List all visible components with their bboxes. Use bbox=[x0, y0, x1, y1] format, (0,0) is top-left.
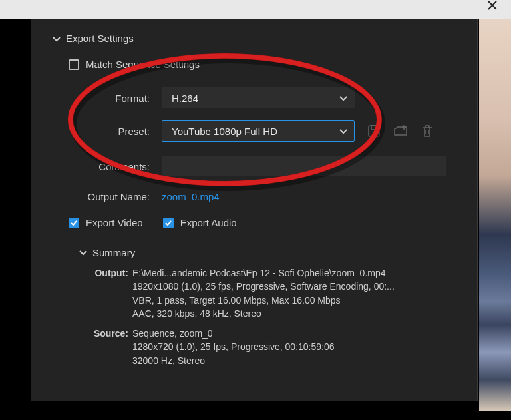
background-photo-sliver bbox=[479, 19, 511, 411]
summary-title: Summary bbox=[92, 247, 135, 258]
output-name-label: Output Name: bbox=[50, 191, 162, 202]
svg-rect-1 bbox=[371, 126, 377, 130]
match-sequence-row[interactable]: Match Sequence Settings bbox=[69, 59, 456, 70]
chevron-down-icon bbox=[339, 126, 347, 137]
comments-input[interactable] bbox=[162, 156, 446, 176]
export-settings-panel: Export Settings Match Sequence Settings … bbox=[31, 19, 478, 401]
export-audio-checkbox[interactable] bbox=[163, 218, 174, 228]
summary-source-label: Source: bbox=[90, 327, 132, 367]
export-audio-label: Export Audio bbox=[180, 217, 237, 228]
import-preset-icon[interactable] bbox=[393, 124, 408, 138]
save-preset-icon[interactable] bbox=[367, 124, 381, 138]
export-audio-option[interactable]: Export Audio bbox=[163, 217, 237, 228]
export-video-checkbox[interactable] bbox=[69, 218, 79, 228]
summary-line: AAC, 320 kbps, 48 kHz, Stereo bbox=[132, 307, 395, 320]
summary-line: 1280x720 (1.0), 25 fps, Progressive, 00:… bbox=[132, 340, 335, 353]
match-sequence-checkbox[interactable] bbox=[69, 59, 79, 70]
summary-body: Output: E:\Medi...andemic Podcast\Ep 12 … bbox=[90, 266, 456, 367]
chevron-down-icon bbox=[79, 247, 87, 258]
summary-line: Sequence, zoom_0 bbox=[132, 327, 335, 340]
window-titlebar bbox=[0, 0, 511, 19]
trash-icon[interactable] bbox=[420, 124, 434, 138]
output-filename-link[interactable]: zoom_0.mp4 bbox=[162, 191, 220, 202]
export-video-option[interactable]: Export Video bbox=[69, 217, 143, 228]
summary-line: VBR, 1 pass, Target 16.00 Mbps, Max 16.0… bbox=[132, 294, 395, 307]
format-dropdown[interactable]: H.264 bbox=[162, 87, 355, 108]
export-video-label: Export Video bbox=[86, 217, 143, 228]
close-icon[interactable] bbox=[487, 0, 498, 11]
chevron-down-icon bbox=[339, 93, 347, 104]
preset-dropdown[interactable]: YouTube 1080p Full HD bbox=[162, 120, 355, 142]
export-settings-header[interactable]: Export Settings bbox=[53, 33, 456, 44]
comments-label: Comments: bbox=[50, 161, 162, 172]
format-value: H.264 bbox=[172, 93, 198, 104]
summary-output-label: Output: bbox=[90, 266, 132, 320]
chevron-down-icon bbox=[53, 35, 61, 43]
summary-header[interactable]: Summary bbox=[79, 247, 456, 258]
summary-line: 1920x1080 (1.0), 25 fps, Progressive, So… bbox=[132, 280, 395, 293]
match-sequence-label: Match Sequence Settings bbox=[86, 59, 200, 70]
preset-value: YouTube 1080p Full HD bbox=[172, 126, 277, 137]
summary-line: 32000 Hz, Stereo bbox=[132, 354, 335, 367]
format-label: Format: bbox=[50, 93, 162, 104]
summary-output-text: E:\Medi...andemic Podcast\Ep 12 - Sofi O… bbox=[132, 266, 395, 320]
svg-rect-0 bbox=[369, 126, 379, 136]
section-title: Export Settings bbox=[66, 33, 134, 44]
summary-source-text: Sequence, zoom_0 1280x720 (1.0), 25 fps,… bbox=[132, 327, 335, 367]
preset-label: Preset: bbox=[50, 126, 162, 137]
summary-line: E:\Medi...andemic Podcast\Ep 12 - Sofi O… bbox=[132, 266, 395, 280]
